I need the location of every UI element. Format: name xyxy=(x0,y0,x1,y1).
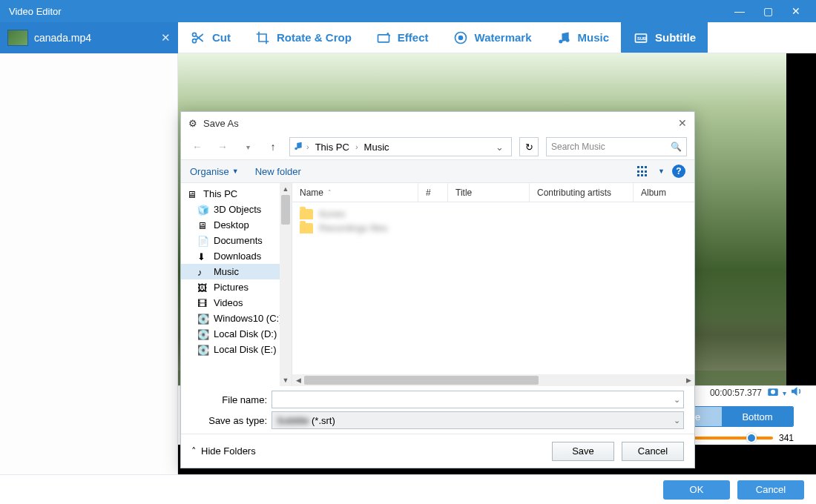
address-dropdown-icon[interactable]: ⌄ xyxy=(491,142,508,153)
dialog-cancel-button[interactable]: Cancel xyxy=(622,442,684,461)
svg-point-9 xyxy=(559,39,562,43)
maximize-button[interactable]: ▢ xyxy=(754,0,782,22)
tool-cut[interactable]: Cut xyxy=(178,22,243,53)
nav-forward-icon: → xyxy=(214,138,231,156)
hscroll-thumb[interactable] xyxy=(304,376,539,385)
nav-documents[interactable]: 📄Documents xyxy=(181,233,292,248)
slider-max: 341 xyxy=(779,433,794,443)
hide-folders-button[interactable]: ˄ Hide Folders xyxy=(191,445,256,457)
snapshot-chevron-icon[interactable]: ▾ xyxy=(783,389,786,397)
volume-icon[interactable] xyxy=(789,385,803,402)
list-item[interactable]: Itunes xyxy=(300,207,687,221)
view-chevron-icon[interactable]: ▼ xyxy=(658,168,665,175)
video-timeline: 00:00:57.377 ▾ xyxy=(701,382,812,404)
tool-subtitle[interactable]: SUB Subtitle xyxy=(621,22,708,53)
col-album[interactable]: Album xyxy=(634,183,694,202)
breadcrumb-current[interactable]: Music xyxy=(361,142,392,153)
file-list-hscroll[interactable]: ◀ ▶ xyxy=(292,374,694,386)
svg-point-17 xyxy=(295,147,297,150)
svg-point-10 xyxy=(565,38,569,42)
dialog-close-icon[interactable]: ✕ xyxy=(678,117,687,129)
nav-drive-e[interactable]: 💽Local Disk (E:) xyxy=(181,342,292,357)
app-title: Video Editor xyxy=(9,6,725,17)
nav-drive-c[interactable]: 💽Windows10 (C:) xyxy=(181,311,292,326)
svg-point-0 xyxy=(193,33,197,36)
scroll-up-icon[interactable]: ▲ xyxy=(280,183,292,195)
search-icon: 🔍 xyxy=(671,142,682,152)
new-folder-button[interactable]: New folder xyxy=(255,166,301,177)
organise-button[interactable]: Organise ▼ xyxy=(190,166,239,177)
scissors-icon xyxy=(190,30,206,46)
ok-button[interactable]: OK xyxy=(663,480,730,500)
file-name-label: File name: xyxy=(191,394,272,405)
scroll-down-icon[interactable]: ▼ xyxy=(280,374,292,386)
list-item[interactable]: Recordings files xyxy=(300,221,687,235)
dialog-save-button[interactable]: Save xyxy=(552,442,614,461)
tool-effect[interactable]: Effect xyxy=(363,22,441,53)
col-number[interactable]: # xyxy=(418,183,448,202)
address-bar[interactable]: › This PC › Music ⌄ xyxy=(289,137,512,156)
nav-this-pc[interactable]: 🖥This PC xyxy=(181,186,292,202)
tool-music[interactable]: Music xyxy=(544,22,622,53)
hscroll-left-icon[interactable]: ◀ xyxy=(292,377,304,384)
nav-3d-objects[interactable]: 🧊3D Objects xyxy=(181,202,292,217)
save-type-dropdown-icon[interactable]: ⌄ xyxy=(674,416,680,425)
file-list: Itunes Recordings files xyxy=(292,202,694,374)
svg-point-8 xyxy=(458,36,462,39)
drive-icon: 💽 xyxy=(197,345,209,355)
help-icon[interactable]: ? xyxy=(672,165,685,178)
crop-icon xyxy=(254,30,271,46)
close-button[interactable]: ✕ xyxy=(782,0,810,22)
scroll-thumb[interactable] xyxy=(281,195,290,225)
tool-rotate-crop[interactable]: Rotate & Crop xyxy=(243,22,363,53)
nav-up-icon[interactable]: ↑ xyxy=(264,138,282,156)
save-as-dialog: ⚙ Save As ✕ ← → ▾ ↑ › This PC › Music ⌄ … xyxy=(180,111,695,468)
save-type-combo[interactable]: Subtitle (*.srt) ⌄ xyxy=(272,411,684,429)
chevron-up-icon: ˄ xyxy=(191,445,197,457)
nav-videos[interactable]: 🎞Videos xyxy=(181,295,292,311)
cancel-button[interactable]: Cancel xyxy=(737,480,804,500)
col-name[interactable]: Name˄ xyxy=(292,183,418,202)
folder-icon xyxy=(300,223,313,233)
svg-rect-4 xyxy=(378,34,389,42)
file-name-combo[interactable]: ⌄ xyxy=(272,391,684,408)
document-icon: 📄 xyxy=(197,236,209,246)
nav-pictures[interactable]: 🖼Pictures xyxy=(181,279,292,295)
file-tab[interactable]: canada.mp4 ✕ xyxy=(0,22,178,53)
desktop-icon: 🖥 xyxy=(197,220,209,231)
view-options-icon[interactable] xyxy=(637,166,651,176)
hscroll-right-icon[interactable]: ▶ xyxy=(682,377,694,384)
nav-downloads[interactable]: ⬇Downloads xyxy=(181,248,292,264)
breadcrumb-root[interactable]: This PC xyxy=(312,142,352,153)
slider-thumb[interactable] xyxy=(746,433,757,443)
cube-icon: 🧊 xyxy=(197,205,209,215)
watermark-icon xyxy=(453,30,469,46)
nav-desktop[interactable]: 🖥Desktop xyxy=(181,217,292,233)
nav-tree: 🖥This PC 🧊3D Objects 🖥Desktop 📄Documents… xyxy=(181,183,292,386)
nav-music[interactable]: ♪Music xyxy=(181,264,292,279)
nav-back-icon[interactable]: ← xyxy=(188,138,206,156)
nav-tree-scrollbar[interactable]: ▲ ▼ xyxy=(280,183,292,386)
tool-watermark[interactable]: Watermark xyxy=(441,22,544,53)
refresh-button[interactable]: ↻ xyxy=(519,137,539,156)
editor-footer: OK Cancel xyxy=(0,474,816,504)
drive-icon: 💽 xyxy=(197,329,209,339)
file-thumbnail xyxy=(7,30,28,46)
file-tab-close-icon[interactable]: ✕ xyxy=(161,31,171,44)
subtitle-icon: SUB xyxy=(633,30,649,46)
file-name-dropdown-icon[interactable]: ⌄ xyxy=(674,395,680,405)
minimize-button[interactable]: — xyxy=(725,0,754,22)
position-bottom[interactable]: Bottom xyxy=(722,407,793,426)
snapshot-icon[interactable] xyxy=(766,385,780,402)
column-headers: Name˄ # Title Contributing artists Album xyxy=(292,183,694,202)
music-lib-icon xyxy=(293,141,303,153)
nav-drive-d[interactable]: 💽Local Disk (D:) xyxy=(181,326,292,342)
col-artists[interactable]: Contributing artists xyxy=(530,183,634,202)
search-placeholder: Search Music xyxy=(551,142,605,152)
search-input[interactable]: Search Music 🔍 xyxy=(546,137,687,156)
file-name: canada.mp4 xyxy=(34,32,91,44)
time-label: 00:00:57.377 xyxy=(710,388,762,398)
nav-history-icon[interactable]: ▾ xyxy=(239,138,257,156)
col-title[interactable]: Title xyxy=(448,183,530,202)
effect-icon xyxy=(375,30,392,46)
